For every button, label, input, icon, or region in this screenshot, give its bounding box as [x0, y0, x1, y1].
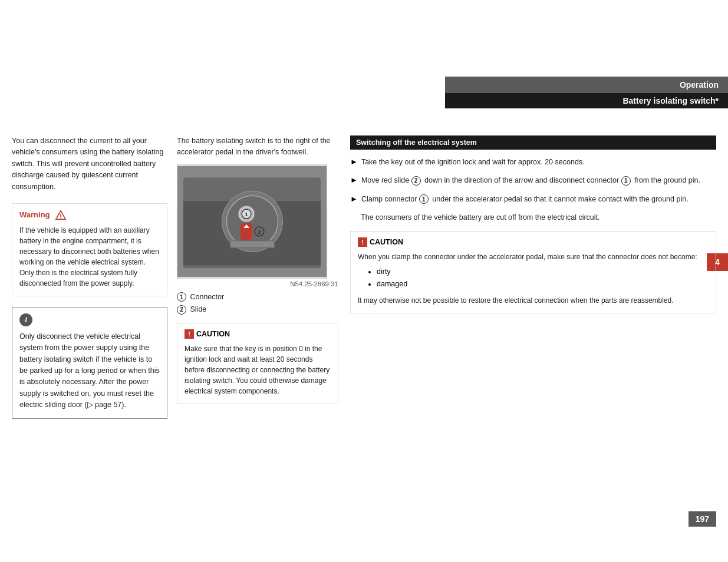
- connector-label: Connector: [190, 293, 224, 301]
- middle-column: The battery isolating switch is to the r…: [177, 135, 348, 562]
- step-3: ► Clamp connector 1 under the accelerato…: [350, 194, 716, 205]
- warning-triangle-icon: [55, 210, 67, 220]
- circle-1-clamp: 1: [419, 194, 429, 204]
- step-2-text: Move red slide 2 down in the direction o…: [361, 175, 700, 186]
- caution-icon: !: [185, 329, 194, 339]
- right-caution-box: ! CAUTION When you clamp the connector u…: [350, 231, 716, 314]
- battery-bar: Battery isolating switch*: [445, 93, 728, 108]
- step-2: ► Move red slide 2 down in the direction…: [350, 175, 716, 186]
- section-header: Switching off the electrical system: [350, 135, 716, 150]
- right-caution-title: ! CAUTION: [358, 237, 709, 247]
- mid-caution-title: ! CAUTION: [185, 329, 331, 339]
- warning-text: If the vehicle is equipped with an auxil…: [19, 225, 160, 289]
- operation-label: Operation: [680, 80, 719, 90]
- content-area: You can disconnect the current to all yo…: [0, 135, 728, 562]
- intro-paragraph: You can disconnect the current to all yo…: [12, 135, 167, 193]
- info-icon: i: [19, 313, 32, 326]
- warning-title: Warning: [19, 210, 160, 220]
- arrow-2-icon: ►: [350, 176, 358, 186]
- operation-bar: Operation: [445, 77, 728, 93]
- svg-text:1: 1: [245, 211, 248, 217]
- svg-point-9: [226, 196, 278, 247]
- arrow-1-icon: ►: [350, 157, 358, 168]
- footwell-diagram: 1 2: [177, 166, 327, 277]
- step-1: ► Take the key out of the ignition lock …: [350, 157, 716, 168]
- svg-rect-18: [230, 241, 274, 248]
- image-labels: 1 Connector 2 Slide: [177, 291, 338, 316]
- mid-caution-box: ! CAUTION Make sure that the key is in p…: [177, 323, 338, 404]
- svg-point-1: [60, 217, 61, 219]
- step-1-text: Take the key out of the ignition lock an…: [361, 157, 585, 168]
- battery-label: Battery isolating switch*: [622, 96, 719, 105]
- header-area: Operation Battery isolating switch*: [445, 77, 728, 108]
- circle-1: 1: [177, 292, 186, 302]
- right-caution-outro: It may otherwise not be possible to rest…: [358, 295, 709, 306]
- label-connector: 1 Connector: [177, 291, 338, 303]
- warning-box: Warning If the vehicle is equipped with …: [12, 203, 167, 296]
- circle-1-ref: 1: [621, 176, 631, 186]
- right-column: Switching off the electrical system ► Ta…: [348, 135, 716, 562]
- label-slide: 2 Slide: [177, 303, 338, 316]
- plain-text-block: The consumers of the vehicle battery are…: [350, 212, 716, 223]
- bullet-dirty: dirty: [377, 266, 709, 278]
- circle-2: 2: [177, 305, 186, 315]
- mid-caution-text: Make sure that the key is in position 0 …: [185, 343, 331, 396]
- step-3-text: Clamp connector 1 under the accelerator …: [361, 194, 689, 205]
- slide-label: Slide: [190, 305, 206, 313]
- right-caution-label: CAUTION: [370, 238, 403, 246]
- image-caption: N54.25·2869·31: [177, 280, 338, 287]
- info-box: i Only disconnect the vehicle electrical…: [12, 307, 167, 419]
- warning-label: Warning: [19, 210, 50, 219]
- arrow-3-icon: ►: [350, 194, 358, 205]
- footwell-image: 1 2: [177, 164, 327, 279]
- bullet-damaged: damaged: [377, 278, 709, 290]
- battery-switch-desc: The battery isolating switch is to the r…: [177, 135, 338, 158]
- circle-2-ref: 2: [411, 176, 421, 186]
- right-caution-intro: When you clamp the connector under the a…: [358, 252, 709, 262]
- info-text: Only disconnect the vehicle electrical s…: [19, 331, 160, 411]
- caution-label: CAUTION: [196, 330, 230, 338]
- left-column: You can disconnect the current to all yo…: [12, 135, 177, 562]
- svg-text:2: 2: [258, 229, 261, 235]
- right-caution-icon: !: [358, 237, 367, 247]
- right-caution-list: dirty damaged: [358, 266, 709, 291]
